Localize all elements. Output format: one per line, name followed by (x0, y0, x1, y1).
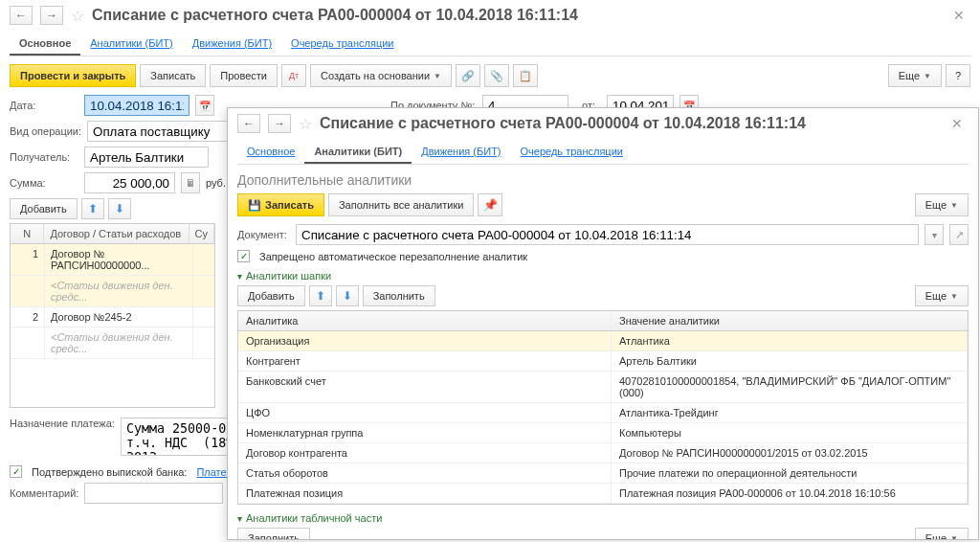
date-input[interactable] (84, 95, 189, 116)
back-toolbar: Провести и закрыть Записать Провести Дт … (10, 64, 970, 87)
nav-back[interactable]: ← (10, 6, 33, 25)
front-favorite-icon[interactable]: ☆ (299, 115, 312, 133)
save-button[interactable]: Записать (140, 64, 206, 87)
back-tab-queue[interactable]: Очередь трансляции (281, 33, 403, 56)
front-window: ← → ☆ Списание с расчетного счета РА00-0… (227, 107, 979, 540)
recipient-label: Получатель: (10, 151, 78, 163)
front-toolbar: 💾 Записать Заполнить все аналитики 📌 Еще… (237, 193, 969, 216)
sec2-fill-button[interactable]: Заполнить (237, 528, 310, 540)
attach-icon[interactable]: 📎 (484, 64, 509, 87)
sec2-toolbar: Заполнить Еще ▼ (237, 528, 969, 540)
date-cal-icon[interactable]: 📅 (195, 95, 214, 116)
analytics-row[interactable]: Номенклатурная группаКомпьютеры (238, 423, 968, 443)
back-grid-subrow[interactable]: <Статьи движения ден. средс... (11, 327, 214, 359)
back-grid-row[interactable]: 2 Договор №245-2 (11, 307, 214, 327)
front-close-icon[interactable]: ✕ (946, 114, 969, 133)
sec2-more-button[interactable]: Еще ▼ (915, 528, 969, 540)
analytics-header-table: Аналитика Значение аналитики Организация… (237, 310, 969, 505)
col-value[interactable]: Значение аналитики (612, 311, 968, 330)
document-input[interactable] (296, 224, 919, 245)
front-more-button[interactable]: Еще ▼ (915, 193, 969, 216)
analytics-row[interactable]: ЦФОАтлантика-Трейдинг (238, 403, 968, 423)
nav-forward[interactable]: → (40, 6, 63, 25)
sec1-toolbar: Добавить ⬆ ⬇ Заполнить Еще ▼ (237, 285, 969, 306)
sum-calc-icon[interactable]: 🖩 (181, 172, 200, 193)
sec1-move-up[interactable]: ⬆ (309, 285, 332, 306)
analytics-row[interactable]: Договор контрагентаДоговор № РАПСИН00000… (238, 443, 968, 463)
move-down-button[interactable]: ⬇ (108, 198, 131, 219)
analytics-head: Аналитика Значение аналитики (238, 311, 968, 331)
analytics-row[interactable]: ОрганизацияАтлантика (238, 331, 968, 351)
chevron-down-icon: ▾ (237, 513, 242, 524)
col-analytic[interactable]: Аналитика (238, 311, 612, 330)
post-close-button[interactable]: Провести и закрыть (10, 64, 136, 87)
front-tab-movements[interactable]: Движения (БИТ) (412, 141, 510, 164)
front-nav-back[interactable]: ← (237, 114, 260, 133)
document-dropdown-icon[interactable]: ▾ (924, 224, 944, 245)
row-lock: ✓ Запрещено автоматическое перезаполнени… (237, 250, 969, 262)
recipient-input[interactable] (84, 147, 209, 168)
sum-currency: руб. (206, 177, 226, 189)
back-grid-row[interactable]: 1 Договор № РАПСИН00000000... (11, 244, 214, 276)
debit-credit-icon[interactable]: Дт (281, 64, 306, 87)
sec-header-analytics[interactable]: ▾ Аналитики шапки (237, 270, 969, 282)
purpose-label: Назначение платежа: (10, 418, 115, 429)
front-subtitle: Дополнительные аналитики (237, 172, 969, 188)
lock-checkbox[interactable]: ✓ (237, 250, 250, 262)
sec1-add-button[interactable]: Добавить (237, 285, 305, 306)
front-save-button[interactable]: 💾 Записать (237, 193, 324, 216)
back-close-icon[interactable]: ✕ (947, 6, 970, 25)
date-label: Дата: (10, 100, 78, 111)
sec-tabpart-header[interactable]: ▾ Аналитики табличной части (237, 512, 969, 524)
move-up-button[interactable]: ⬆ (81, 198, 104, 219)
back-title-row: ← → ☆ Списание с расчетного счета РА00-0… (10, 6, 970, 25)
back-tab-main[interactable]: Основное (10, 33, 80, 56)
front-tab-main[interactable]: Основное (237, 141, 304, 164)
post-button[interactable]: Провести (210, 64, 278, 87)
analytics-row[interactable]: Банковский счет40702810100000001854, "ВЛ… (238, 372, 968, 403)
lock-label: Запрещено автоматическое перезаполнение … (259, 251, 527, 262)
sum-input[interactable] (84, 172, 175, 193)
back-tab-movements[interactable]: Движения (БИТ) (183, 33, 281, 56)
create-based-on-button[interactable]: Создать на основании ▼ (310, 64, 452, 87)
link-icon[interactable]: 🔗 (456, 64, 480, 87)
sec1-more-button[interactable]: Еще ▼ (915, 285, 969, 306)
sec1-fill-button[interactable]: Заполнить (363, 285, 435, 306)
operation-label: Вид операции: (10, 125, 81, 137)
front-nav-forward[interactable]: → (268, 114, 291, 133)
back-title: Списание с расчетного счета РА00-000004 … (92, 7, 578, 24)
back-tabs: Основное Аналитики (БИТ) Движения (БИТ) … (10, 33, 970, 56)
back-grid-subrow[interactable]: <Статьи движения ден. средс... (11, 276, 214, 307)
help-icon[interactable]: ? (946, 64, 970, 87)
analytics-row[interactable]: Платежная позицияПлатежная позиция РА00-… (238, 484, 968, 504)
chevron-down-icon: ▾ (237, 271, 242, 282)
comment-label: Комментарий: (10, 487, 78, 499)
row-document: Документ: ▾ ↗ (237, 224, 969, 245)
pin-icon[interactable]: 📌 (478, 193, 502, 216)
back-tab-analytics[interactable]: Аналитики (БИТ) (80, 33, 182, 56)
front-title-row: ← → ☆ Списание с расчетного счета РА00-0… (237, 114, 969, 133)
fill-all-button[interactable]: Заполнить все аналитики (328, 193, 474, 216)
document-label: Документ: (237, 229, 290, 240)
front-tab-analytics[interactable]: Аналитики (БИТ) (304, 141, 412, 164)
add-row-button[interactable]: Добавить (10, 198, 78, 219)
col-contract[interactable]: Договор / Статьи расходов (44, 224, 189, 243)
analytics-row[interactable]: КонтрагентАртель Балтики (238, 351, 968, 372)
front-title: Списание с расчетного счета РА00-000004 … (320, 115, 806, 132)
favorite-icon[interactable]: ☆ (71, 7, 84, 25)
sec1-move-down[interactable]: ⬇ (336, 285, 359, 306)
front-tab-queue[interactable]: Очередь трансляции (511, 141, 633, 164)
confirmed-checkbox[interactable]: ✓ (10, 465, 22, 478)
comment-input[interactable] (84, 483, 223, 504)
front-tabs: Основное Аналитики (БИТ) Движения (БИТ) … (237, 141, 969, 165)
back-grid: N Договор / Статьи расходов Су 1 Договор… (10, 223, 215, 408)
confirmed-label: Подтверждено выпиской банка: (32, 466, 187, 478)
sum-label: Сумма: (10, 177, 78, 189)
col-n[interactable]: N (11, 224, 44, 243)
doc-icon[interactable]: 📋 (513, 64, 538, 87)
document-open-icon[interactable]: ↗ (949, 224, 969, 245)
back-grid-head: N Договор / Статьи расходов Су (11, 224, 214, 244)
more-button[interactable]: Еще ▼ (888, 64, 942, 87)
analytics-row[interactable]: Статья оборотовПрочие платежи по операци… (238, 463, 968, 484)
col-sum[interactable]: Су (189, 224, 214, 243)
